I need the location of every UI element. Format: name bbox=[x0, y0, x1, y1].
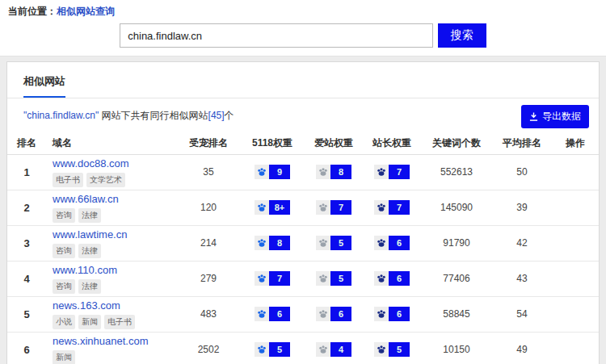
weight-value: 6 bbox=[389, 307, 410, 321]
paw-icon bbox=[316, 200, 330, 215]
table-row: 6 news.xinhuanet.com 新闻 2502 5 4 bbox=[7, 332, 599, 364]
operation-cell bbox=[552, 190, 599, 225]
weight-badge-aizhan[interactable]: 4 bbox=[316, 342, 351, 357]
weight-badge-aizhan[interactable]: 8 bbox=[316, 165, 351, 179]
domain-link[interactable]: www.110.com bbox=[53, 264, 174, 276]
weight-badge-5118[interactable]: 6 bbox=[255, 307, 290, 321]
category-tag: 电子书 bbox=[104, 315, 135, 329]
category-tag: 咨询 bbox=[53, 244, 75, 258]
weight-value: 6 bbox=[389, 236, 410, 250]
weight-badge-5118[interactable]: 7 bbox=[255, 271, 290, 286]
weight-badge-aizhan[interactable]: 5 bbox=[316, 236, 351, 250]
weight-badge-aizhan[interactable]: 7 bbox=[316, 200, 351, 215]
category-tag: 新闻 bbox=[78, 315, 101, 329]
similar-sites-panel: 相似网站 "china.findlaw.cn" 网站下共有同行相似网站[45]个… bbox=[6, 61, 600, 364]
avg-rank-cell: 43 bbox=[492, 261, 552, 296]
paw-icon bbox=[316, 342, 330, 357]
weight-badge-chinaz[interactable]: 6 bbox=[374, 271, 410, 286]
avg-rank-cell: 50 bbox=[492, 154, 552, 190]
weight-badge-chinaz[interactable]: 6 bbox=[374, 236, 410, 250]
weight-value: 6 bbox=[389, 271, 410, 286]
weight-chinaz-cell: 5 bbox=[363, 332, 421, 364]
domain-cell: www.lawtime.cn 咨询法律 bbox=[46, 225, 177, 261]
table-row: 1 www.doc88.com 电子书文学艺术 35 9 8 bbox=[7, 154, 599, 190]
weight-badge-chinaz[interactable]: 7 bbox=[374, 200, 410, 215]
header-aizhan-weight: 爱站权重 bbox=[305, 132, 363, 154]
category-tag: 电子书 bbox=[53, 173, 83, 187]
operation-cell bbox=[552, 332, 599, 364]
weight-badge-5118[interactable]: 8 bbox=[255, 236, 290, 250]
weight-value: 7 bbox=[269, 271, 290, 286]
breadcrumb-prefix: 当前位置： bbox=[8, 6, 57, 17]
paw-icon bbox=[316, 165, 330, 179]
search-button[interactable]: 搜索 bbox=[438, 23, 486, 48]
domain-link[interactable]: news.163.com bbox=[53, 299, 174, 312]
favor-rank-cell: 214 bbox=[177, 225, 240, 261]
operation-cell bbox=[552, 225, 599, 261]
operation-cell bbox=[552, 154, 599, 190]
header-chinaz-weight: 站长权重 bbox=[363, 132, 421, 154]
weight-badge-aizhan[interactable]: 5 bbox=[316, 271, 351, 286]
tag-list: 咨询法律 bbox=[53, 280, 104, 291]
summary-suffix: 个 bbox=[225, 110, 234, 121]
tag-list: 咨询法律 bbox=[53, 209, 104, 220]
category-tag: 咨询 bbox=[53, 208, 75, 223]
weight-aizhan-cell: 5 bbox=[305, 225, 363, 261]
weight-value: 7 bbox=[389, 200, 410, 215]
weight-chinaz-cell: 7 bbox=[363, 154, 421, 190]
weight-chinaz-cell: 6 bbox=[363, 261, 421, 296]
weight-badge-chinaz[interactable]: 7 bbox=[374, 165, 410, 179]
keyword-count-cell: 10150 bbox=[421, 332, 492, 364]
weight-badge-5118[interactable]: 5 bbox=[255, 342, 290, 357]
weight-value: 5 bbox=[330, 236, 351, 250]
weight-badge-chinaz[interactable]: 5 bbox=[374, 342, 410, 357]
weight-aizhan-cell: 7 bbox=[305, 190, 363, 225]
table-row: 2 www.66law.cn 咨询法律 120 8+ 7 bbox=[7, 190, 599, 225]
weight-aizhan-cell: 8 bbox=[305, 154, 363, 190]
export-data-label: 导出数据 bbox=[542, 110, 581, 123]
domain-cell: www.doc88.com 电子书文学艺术 bbox=[46, 154, 177, 190]
export-data-button[interactable]: 导出数据 bbox=[521, 105, 589, 128]
breadcrumb: 当前位置：相似网站查询 bbox=[8, 5, 598, 19]
search-input[interactable] bbox=[120, 23, 433, 48]
domain-link[interactable]: www.lawtime.cn bbox=[53, 228, 174, 241]
weight-value: 5 bbox=[330, 271, 351, 286]
tab-similar-sites[interactable]: 相似网站 bbox=[23, 74, 65, 98]
paw-icon bbox=[316, 271, 330, 286]
favor-rank-cell: 279 bbox=[177, 261, 240, 296]
weight-badge-5118[interactable]: 9 bbox=[255, 165, 290, 179]
tag-list: 电子书文学艺术 bbox=[53, 174, 128, 185]
weight-chinaz-cell: 7 bbox=[363, 190, 421, 225]
weight-badge-5118[interactable]: 8+ bbox=[255, 200, 290, 215]
keyword-count-cell: 145090 bbox=[421, 190, 492, 225]
tag-list: 咨询法律 bbox=[53, 245, 104, 256]
domain-link[interactable]: news.xinhuanet.com bbox=[53, 335, 174, 347]
paw-icon bbox=[255, 236, 269, 250]
domain-link[interactable]: www.66law.cn bbox=[53, 193, 174, 205]
favor-rank-cell: 2502 bbox=[177, 332, 240, 364]
weight-value: 9 bbox=[269, 165, 290, 179]
weight-value: 8+ bbox=[269, 200, 290, 215]
favor-rank-cell: 120 bbox=[177, 190, 240, 225]
header-rank: 排名 bbox=[7, 132, 46, 154]
avg-rank-cell: 39 bbox=[492, 190, 552, 225]
header-keyword-count: 关键词个数 bbox=[421, 132, 492, 154]
tag-list: 新闻 bbox=[53, 351, 78, 362]
table-row: 3 www.lawtime.cn 咨询法律 214 8 5 bbox=[7, 225, 599, 261]
weight-5118-cell: 7 bbox=[240, 261, 305, 296]
top-bar: 当前位置：相似网站查询 搜索 bbox=[0, 0, 606, 56]
weight-aizhan-cell: 4 bbox=[305, 332, 363, 364]
weight-badge-chinaz[interactable]: 6 bbox=[374, 307, 410, 321]
weight-badge-aizhan[interactable]: 6 bbox=[316, 307, 351, 321]
weight-value: 6 bbox=[269, 307, 290, 321]
tab-strip: 相似网站 bbox=[7, 62, 599, 98]
operation-cell bbox=[552, 296, 599, 332]
domain-link[interactable]: www.doc88.com bbox=[53, 157, 174, 169]
domain-cell: www.110.com 咨询法律 bbox=[46, 261, 177, 296]
paw-icon bbox=[374, 342, 389, 357]
avg-rank-cell: 42 bbox=[492, 225, 552, 261]
avg-rank-cell: 54 bbox=[492, 296, 552, 332]
header-domain: 域名 bbox=[46, 132, 177, 154]
breadcrumb-link-similar-site-query[interactable]: 相似网站查询 bbox=[57, 6, 115, 17]
weight-value: 7 bbox=[389, 165, 410, 179]
